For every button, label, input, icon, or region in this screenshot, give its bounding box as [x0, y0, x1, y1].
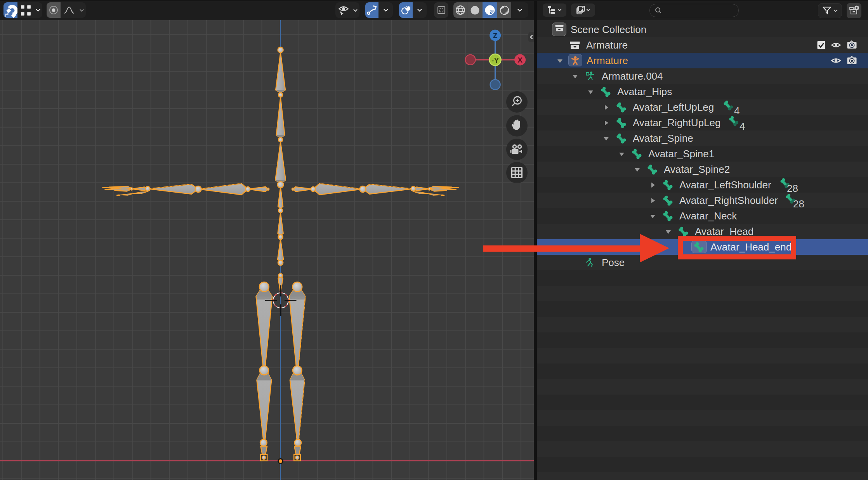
svg-text:Z: Z	[493, 31, 498, 40]
svg-text:-Y: -Y	[491, 56, 499, 64]
svg-text:X: X	[517, 56, 523, 64]
